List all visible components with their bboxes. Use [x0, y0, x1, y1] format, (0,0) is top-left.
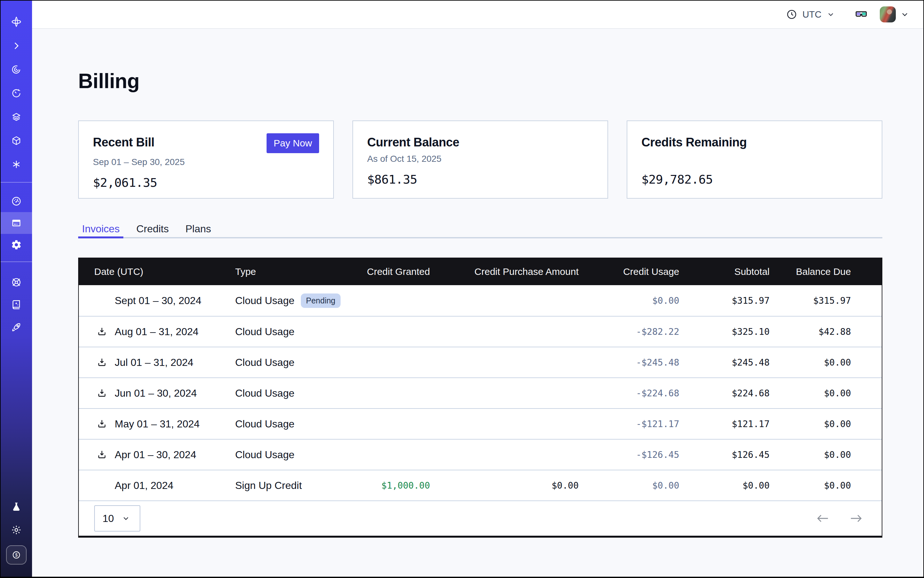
download-invoice-icon[interactable]: [97, 326, 107, 337]
rocket-icon[interactable]: [1, 316, 32, 338]
invoice-type-cell: Cloud Usage: [220, 449, 347, 461]
tab-plans[interactable]: Plans: [182, 222, 215, 239]
subtotal-cell: $126.45: [695, 450, 785, 460]
download-invoice-icon[interactable]: [97, 419, 107, 429]
card-subtitle: As of Oct 15, 2025: [367, 153, 593, 165]
column-header-date: Date (UTC): [79, 266, 220, 277]
subtotal-cell: $121.17: [695, 419, 785, 429]
invoice-type-cell: Sign Up Credit: [220, 480, 347, 492]
layers-icon[interactable]: [1, 105, 32, 129]
invoice-date: Jul 01 – 31, 2024: [115, 357, 193, 369]
tab-credits[interactable]: Credits: [132, 222, 172, 239]
dollar-badge-icon[interactable]: $: [6, 546, 27, 565]
balance-due-cell: $0.00: [785, 388, 882, 399]
download-invoice-icon[interactable]: [97, 357, 107, 367]
main-area: UTC Billing: [32, 1, 923, 577]
table-body: Sept 01 – 30, 2024Cloud UsagePending$0.0…: [79, 285, 882, 500]
tab-invoices[interactable]: Invoices: [78, 222, 123, 239]
balance-due-cell: $0.00: [785, 419, 882, 429]
column-header-balance-due: Balance Due: [785, 266, 882, 277]
svg-text:$: $: [15, 552, 18, 557]
chevron-down-icon: [122, 514, 130, 523]
invoice-date: Jun 01 – 30, 2024: [115, 387, 197, 399]
subtotal-cell: $0.00: [695, 480, 785, 491]
asterisk-icon[interactable]: [1, 153, 32, 176]
card-title: Credits Remaining: [641, 135, 747, 150]
card-subtitle: Sep 01 – Sep 30, 2025: [93, 156, 319, 168]
avatar[interactable]: [880, 6, 896, 23]
topbar: UTC: [32, 1, 923, 29]
chevron-down-icon[interactable]: [900, 10, 909, 19]
subtotal-cell: $245.48: [695, 357, 785, 368]
download-invoice-icon: [97, 480, 107, 490]
credit-card-icon[interactable]: [1, 212, 32, 234]
invoice-type: Cloud Usage: [235, 418, 294, 430]
table-footer: 10: [79, 500, 882, 536]
invoice-date: Aug 01 – 31, 2024: [115, 326, 199, 338]
card-amount: $29,782.65: [641, 172, 867, 187]
credit-usage-cell: -$121.17: [594, 419, 695, 429]
column-header-credit-purchase: Credit Purchase Amount: [445, 266, 594, 277]
balance-due-cell: $0.00: [785, 357, 882, 368]
invoice-date-cell: Sept 01 – 30, 2024: [79, 295, 220, 307]
credits-remaining-card: Credits Remaining $29,782.65: [627, 120, 882, 199]
subtotal-cell: $224.68: [695, 388, 785, 399]
credit-usage-cell: -$126.45: [594, 450, 695, 460]
download-invoice-icon[interactable]: [97, 450, 107, 460]
page-size-value: 10: [102, 513, 114, 524]
gauge-icon[interactable]: [1, 190, 32, 212]
page-size-select[interactable]: 10: [94, 505, 140, 531]
invoice-date-cell: Jul 01 – 31, 2024: [79, 357, 220, 369]
invoices-table: Date (UTC) Type Credit Granted Credit Pu…: [78, 258, 882, 537]
sidebar-group-account: [1, 190, 32, 256]
invoice-type: Sign Up Credit: [235, 480, 302, 492]
column-header-subtotal: Subtotal: [695, 266, 785, 277]
sidebar-spacer: [1, 338, 32, 495]
invoice-type-cell: Cloud Usage: [220, 357, 347, 369]
timezone-label: UTC: [802, 9, 822, 20]
table-row: Apr 01 – 30, 2024Cloud Usage-$126.45$126…: [79, 439, 882, 470]
invoice-type: Cloud Usage: [235, 449, 294, 461]
current-balance-card: Current Balance As of Oct 15, 2025 $861.…: [352, 120, 608, 199]
pay-now-button[interactable]: Pay Now: [266, 133, 319, 153]
credit-usage-cell: -$224.68: [594, 388, 695, 399]
spiral-icon[interactable]: [1, 58, 32, 81]
next-page-button[interactable]: [846, 508, 866, 529]
summary-cards: Recent Bill Pay Now Sep 01 – Sep 30, 202…: [78, 120, 882, 199]
card-title: Current Balance: [367, 135, 460, 150]
timezone-selector[interactable]: UTC: [786, 9, 835, 20]
sun-icon[interactable]: [1, 518, 32, 541]
invoice-type: Cloud Usage: [235, 357, 294, 369]
sidebar-group-primary: [1, 34, 32, 176]
sidebar-group-resources: [1, 271, 32, 338]
flask-icon[interactable]: [1, 495, 32, 518]
book-sparkle-icon[interactable]: [1, 294, 32, 316]
clock-history-icon[interactable]: [1, 81, 32, 105]
subtotal-cell: $315.97: [695, 295, 785, 306]
column-header-credit-usage: Credit Usage: [594, 266, 695, 277]
glasses-3d-icon[interactable]: [855, 8, 867, 21]
invoice-date-cell: Apr 01, 2024: [79, 480, 220, 492]
card-amount: $2,061.35: [93, 175, 319, 190]
invoice-date-cell: Aug 01 – 31, 2024: [79, 326, 220, 338]
invoice-date: Apr 01, 2024: [115, 480, 173, 492]
table-row: Jul 01 – 31, 2024Cloud Usage-$245.48$245…: [79, 347, 882, 377]
cube-icon[interactable]: [1, 129, 32, 153]
table-row: Aug 01 – 31, 2024Cloud Usage-$282.22$325…: [79, 316, 882, 347]
invoice-type-cell: Cloud Usage: [220, 418, 347, 430]
invoice-date-cell: Jun 01 – 30, 2024: [79, 387, 220, 399]
app-logo-icon[interactable]: [1, 10, 32, 34]
invoice-date-cell: May 01 – 31, 2024: [79, 418, 220, 430]
arrow-right-icon: [850, 514, 862, 523]
invoice-date: Sept 01 – 30, 2024: [115, 295, 201, 307]
gear-icon[interactable]: [1, 234, 32, 256]
sidebar-divider: [1, 182, 32, 183]
previous-page-button[interactable]: [812, 508, 833, 529]
wheel-icon[interactable]: [1, 271, 32, 294]
column-header-credit-granted: Credit Granted: [347, 266, 445, 277]
chevron-right-icon[interactable]: [1, 34, 32, 58]
download-invoice-icon[interactable]: [97, 388, 107, 398]
table-row: Jun 01 – 30, 2024Cloud Usage-$224.68$224…: [79, 377, 882, 408]
status-badge: Pending: [301, 294, 341, 308]
invoice-type: Cloud Usage: [235, 387, 294, 399]
